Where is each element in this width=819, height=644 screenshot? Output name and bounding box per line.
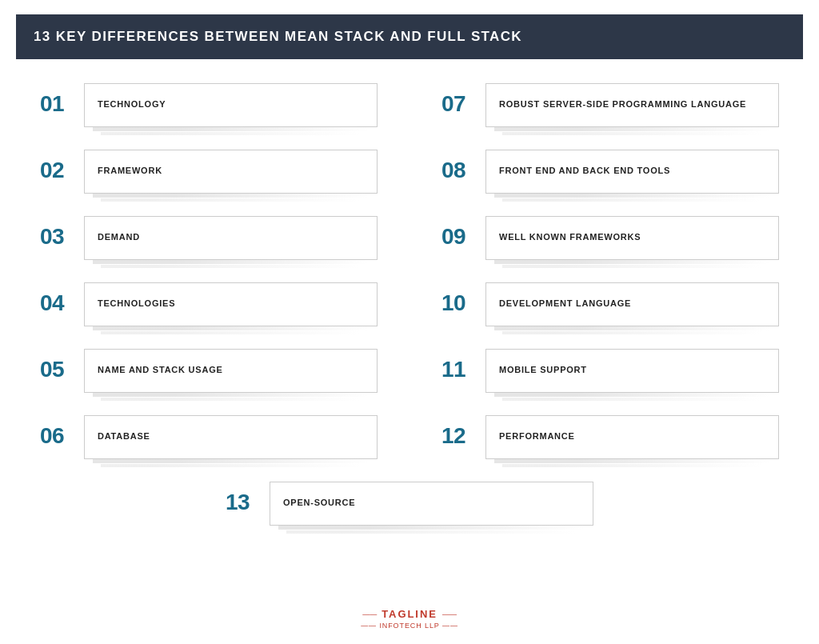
- item-number-10: 10: [441, 282, 485, 316]
- item-box-13: OPEN-SOURCE: [270, 482, 593, 526]
- item-number-11: 11: [441, 349, 485, 382]
- item-label-13: OPEN-SOURCE: [283, 497, 355, 509]
- footer-brand: TAGLINE: [382, 608, 437, 620]
- item-number-05: 05: [40, 349, 84, 382]
- item-label-06: DATABASE: [98, 430, 150, 442]
- list-item-10: 10 DEVELOPMENT LANGUAGE: [441, 282, 779, 334]
- item-number-06: 06: [40, 415, 84, 449]
- item-box-03: DEMAND: [84, 216, 378, 260]
- item-label-05: NAME AND STACK USAGE: [98, 364, 223, 376]
- item-label-08: FRONT END AND BACK END TOOLS: [499, 165, 670, 177]
- item-label-01: TECHNOLOGY: [98, 98, 166, 110]
- page-title: 13 KEY DIFFERENCES BETWEEN MEAN STACK AN…: [34, 29, 785, 45]
- item-label-10: DEVELOPMENT LANGUAGE: [499, 298, 631, 310]
- list-item-09: 09 WELL KNOWN FRAMEWORKS: [441, 216, 779, 268]
- item-label-12: PERFORMANCE: [499, 430, 575, 442]
- content-area: 01 TECHNOLOGY 02 FRAMEWORK 03 DEMAND 04 …: [16, 83, 803, 482]
- item-box-01: TECHNOLOGY: [84, 83, 378, 127]
- item-number-08: 08: [441, 150, 485, 183]
- list-item-03: 03 DEMAND: [40, 216, 378, 268]
- item-number-12: 12: [441, 415, 485, 449]
- item-box-10: DEVELOPMENT LANGUAGE: [485, 282, 779, 326]
- item-label-07: ROBUST SERVER-SIDE PROGRAMMING LANGUAGE: [499, 98, 746, 110]
- footer: TAGLINE —— INFOTECH LLP ——: [0, 608, 819, 630]
- item-number-09: 09: [441, 216, 485, 250]
- list-item-01: 01 TECHNOLOGY: [40, 83, 378, 135]
- list-item-12: 12 PERFORMANCE: [441, 415, 779, 467]
- item-number-03: 03: [40, 216, 84, 250]
- left-column: 01 TECHNOLOGY 02 FRAMEWORK 03 DEMAND 04 …: [40, 83, 410, 482]
- item-box-02: FRAMEWORK: [84, 150, 378, 194]
- list-item-02: 02 FRAMEWORK: [40, 150, 378, 202]
- list-item-06: 06 DATABASE: [40, 415, 378, 467]
- list-item-05: 05 NAME AND STACK USAGE: [40, 349, 378, 401]
- list-item-04: 04 TECHNOLOGIES: [40, 282, 378, 334]
- item-box-07: ROBUST SERVER-SIDE PROGRAMMING LANGUAGE: [485, 83, 779, 127]
- list-item-13: 13 OPEN-SOURCE: [226, 482, 593, 534]
- item-box-08: FRONT END AND BACK END TOOLS: [485, 150, 779, 194]
- item-number-07: 07: [441, 83, 485, 117]
- item-number-04: 04: [40, 282, 84, 316]
- item-label-03: DEMAND: [98, 231, 140, 243]
- item-label-04: TECHNOLOGIES: [98, 298, 175, 310]
- footer-sub: —— INFOTECH LLP ——: [361, 622, 458, 630]
- item-label-09: WELL KNOWN FRAMEWORKS: [499, 231, 641, 243]
- item-box-06: DATABASE: [84, 415, 378, 459]
- list-item-08: 08 FRONT END AND BACK END TOOLS: [441, 150, 779, 202]
- footer-brand-line: TAGLINE: [362, 608, 457, 620]
- item-box-05: NAME AND STACK USAGE: [84, 349, 378, 393]
- item-label-11: MOBILE SUPPORT: [499, 364, 587, 376]
- item-box-11: MOBILE SUPPORT: [485, 349, 779, 393]
- item-box-09: WELL KNOWN FRAMEWORKS: [485, 216, 779, 260]
- right-column: 07 ROBUST SERVER-SIDE PROGRAMMING LANGUA…: [410, 83, 779, 482]
- item-label-02: FRAMEWORK: [98, 165, 162, 177]
- item-number-13: 13: [226, 482, 270, 515]
- item-box-04: TECHNOLOGIES: [84, 282, 378, 326]
- list-item-11: 11 MOBILE SUPPORT: [441, 349, 779, 401]
- header-bar: 13 KEY DIFFERENCES BETWEEN MEAN STACK AN…: [16, 14, 803, 59]
- list-item-07: 07 ROBUST SERVER-SIDE PROGRAMMING LANGUA…: [441, 83, 779, 135]
- center-row: 13 OPEN-SOURCE: [16, 482, 803, 548]
- item-number-01: 01: [40, 83, 84, 117]
- item-box-12: PERFORMANCE: [485, 415, 779, 459]
- item-number-02: 02: [40, 150, 84, 183]
- page-wrapper: 13 KEY DIFFERENCES BETWEEN MEAN STACK AN…: [0, 0, 819, 644]
